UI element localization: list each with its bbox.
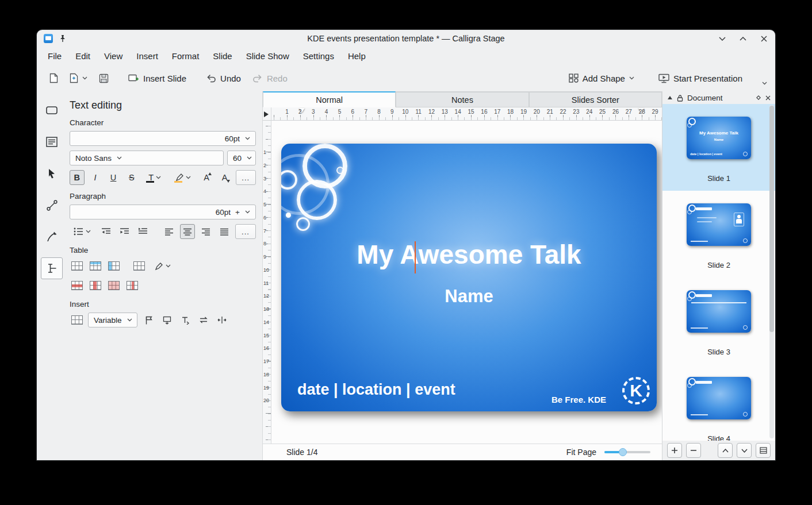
zoom-slider-handle[interactable] xyxy=(619,448,627,456)
italic-button[interactable]: I xyxy=(88,170,103,185)
thumbnail-scrollbar[interactable] xyxy=(769,105,774,438)
undo-button[interactable]: Undo xyxy=(201,70,246,87)
slide-subtitle-textframe[interactable]: Name xyxy=(281,286,657,307)
align-justify-button[interactable] xyxy=(217,224,232,239)
menu-item-slide-show[interactable]: Slide Show xyxy=(240,49,296,63)
menu-item-edit[interactable]: Edit xyxy=(69,49,97,63)
line-height-plus[interactable]: + xyxy=(235,208,240,217)
frame-tool-button[interactable] xyxy=(41,131,63,153)
scrollbar-thumb[interactable] xyxy=(769,106,774,332)
redo-button[interactable]: Redo xyxy=(248,70,292,87)
align-center-button[interactable] xyxy=(180,224,195,239)
slide-thumbnail-3[interactable]: Slide 3 xyxy=(662,277,775,364)
toolbar-overflow-chevron[interactable] xyxy=(762,82,767,85)
menu-item-view[interactable]: View xyxy=(98,49,129,63)
menu-item-format[interactable]: Format xyxy=(166,49,206,63)
tab-slides-sorter[interactable]: Slides Sorter xyxy=(529,91,662,107)
menu-item-help[interactable]: Help xyxy=(342,49,372,63)
slide-editing-surface[interactable]: My Awesome Talk Name date | location | e… xyxy=(281,144,657,411)
tab-notes[interactable]: Notes xyxy=(396,91,528,107)
slide-thumbnail-1[interactable]: My Awesome TalkNamedate | location | eve… xyxy=(662,104,775,191)
table-borders-button[interactable] xyxy=(132,259,147,273)
table-border-pen-button[interactable] xyxy=(150,259,175,273)
delete-slide-button[interactable] xyxy=(686,443,701,458)
insert-table-button[interactable] xyxy=(70,259,85,273)
insert-slide-button[interactable]: Insert Slide xyxy=(124,70,191,87)
text-color-button[interactable]: T xyxy=(143,170,167,185)
character-style-combo[interactable]: 60pt xyxy=(70,131,256,146)
select-tool-button[interactable] xyxy=(41,163,63,184)
strikethrough-button[interactable]: S xyxy=(124,170,139,185)
close-icon[interactable] xyxy=(759,34,768,43)
move-slide-down-button[interactable] xyxy=(737,443,752,458)
paragraph-section-label: Paragraph xyxy=(70,192,256,201)
insert-column-left-button[interactable] xyxy=(106,259,121,273)
delete-column-button[interactable] xyxy=(88,278,103,293)
insert-frame-break-button[interactable] xyxy=(159,313,174,327)
dock-collapse-icon[interactable] xyxy=(667,95,673,100)
shade-icon[interactable] xyxy=(718,34,727,43)
insert-swap-button[interactable] xyxy=(196,313,211,327)
slide-thumbnail-4[interactable]: Slide 4 xyxy=(662,364,775,441)
highlight-color-button[interactable] xyxy=(171,170,196,185)
subscript-button[interactable]: A xyxy=(217,170,232,185)
slides-overview-button[interactable] xyxy=(756,443,771,458)
list-style-button[interactable] xyxy=(70,224,95,239)
insert-text-direction-button[interactable] xyxy=(178,313,193,327)
maximize-icon[interactable] xyxy=(738,34,748,43)
lock-icon[interactable] xyxy=(677,94,683,102)
move-slide-up-button[interactable] xyxy=(718,443,733,458)
decrease-indent-button[interactable] xyxy=(98,224,113,239)
pin-icon[interactable] xyxy=(58,34,67,43)
bold-button[interactable]: B xyxy=(70,170,85,185)
vertical-ruler[interactable]: 1234567891011121314151617181920 xyxy=(263,121,271,444)
insert-bookmark-button[interactable] xyxy=(141,313,156,327)
add-shape-button[interactable]: Add Shape xyxy=(564,70,639,87)
align-left-button[interactable] xyxy=(162,224,177,239)
add-slide-button[interactable] xyxy=(667,443,682,458)
path-tool-button[interactable] xyxy=(41,226,63,248)
font-size-combo[interactable]: 60 xyxy=(227,151,256,165)
zoom-slider[interactable] xyxy=(604,448,650,457)
insert-row-above-button[interactable] xyxy=(88,259,103,273)
open-document-button[interactable] xyxy=(65,69,92,87)
interaction-tool-button[interactable] xyxy=(41,99,63,121)
menu-item-slide[interactable]: Slide xyxy=(206,49,238,63)
increase-indent-button[interactable] xyxy=(117,224,132,239)
bubble-decoration xyxy=(336,167,344,174)
new-document-button[interactable] xyxy=(45,69,63,87)
font-family-combo[interactable]: Noto Sans xyxy=(70,151,224,165)
start-presentation-button[interactable]: Start Presentation xyxy=(654,70,747,87)
slide-thumbnail-2[interactable]: Slide 2 xyxy=(662,191,775,277)
slide-title-textframe[interactable]: My Awesome Talk xyxy=(281,239,657,270)
close-dock-icon[interactable] xyxy=(765,95,771,101)
menu-item-insert[interactable]: Insert xyxy=(130,49,164,63)
tab-normal[interactable]: Normal xyxy=(263,91,396,107)
slide-canvas[interactable]: My Awesome Talk Name date | location | e… xyxy=(271,121,662,444)
delete-row-button[interactable] xyxy=(70,278,85,293)
text-tool-button[interactable] xyxy=(41,257,63,279)
insert-spacing-button[interactable] xyxy=(215,313,229,327)
align-right-button[interactable] xyxy=(198,224,213,239)
connection-tool-button[interactable] xyxy=(41,194,63,216)
horizontal-ruler[interactable]: 1234567891011121314151617181920212223242… xyxy=(271,107,662,121)
thumbnail-logo-mark xyxy=(743,412,748,417)
first-line-indent-button[interactable] xyxy=(135,224,150,239)
character-more-button[interactable]: ... xyxy=(236,170,256,185)
save-button[interactable] xyxy=(94,70,113,87)
menu-item-settings[interactable]: Settings xyxy=(297,49,340,63)
insert-variable-grid-button[interactable] xyxy=(70,313,85,327)
float-dock-icon[interactable] xyxy=(756,95,761,101)
paragraph-more-button[interactable]: ... xyxy=(235,224,256,239)
merge-cells-button[interactable] xyxy=(106,278,121,293)
menu-bar: FileEditViewInsertFormatSlideSlide ShowS… xyxy=(37,47,775,65)
titlebar[interactable]: KDE events presentation template * — Cal… xyxy=(37,30,775,47)
variable-select[interactable]: Variable xyxy=(88,313,137,327)
superscript-button[interactable]: A xyxy=(199,170,214,185)
underline-button[interactable]: U xyxy=(106,170,121,185)
menu-item-file[interactable]: File xyxy=(41,49,68,63)
slide-footer-textframe[interactable]: date | location | event xyxy=(297,381,455,399)
line-height-combo[interactable]: 60pt + xyxy=(70,205,256,219)
split-cells-button[interactable] xyxy=(125,278,140,293)
zoom-mode-label[interactable]: Fit Page xyxy=(566,448,596,457)
